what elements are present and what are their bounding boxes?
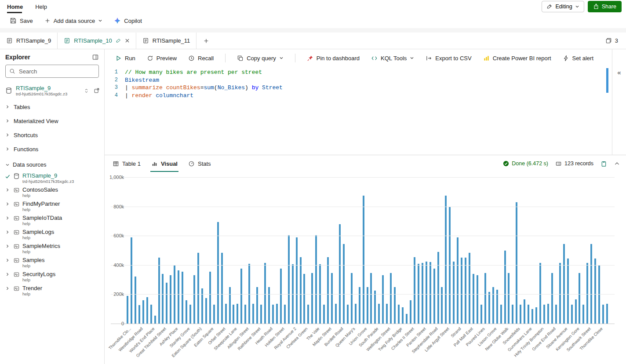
chart-bar[interactable] <box>142 300 144 324</box>
chart-bar[interactable] <box>535 307 537 324</box>
chart-bar[interactable] <box>575 299 577 324</box>
code-line[interactable]: 4| render columnchart <box>105 92 611 100</box>
chart-bar[interactable] <box>240 269 242 324</box>
chart-bar[interactable] <box>225 304 227 324</box>
code-editor[interactable]: 1// How many bikes are present per stree… <box>105 67 611 155</box>
code-line[interactable]: 2Bikestream <box>105 76 611 84</box>
tab-rtisample-10[interactable]: RTISample_10 <box>58 33 136 49</box>
copy-query-button[interactable]: Copy query <box>237 55 283 62</box>
editing-mode-button[interactable]: Editing <box>542 1 584 12</box>
chart-bar[interactable] <box>213 305 215 324</box>
share-button[interactable]: Share <box>588 1 622 12</box>
copy-results-icon[interactable] <box>601 160 607 167</box>
chart-bar[interactable] <box>602 305 604 324</box>
chart-bar[interactable] <box>445 196 447 324</box>
chart-bar[interactable] <box>197 253 199 324</box>
chart-bar[interactable] <box>571 305 573 324</box>
chart-bar[interactable] <box>311 273 313 324</box>
chart-bar[interactable] <box>394 287 396 324</box>
copilot-button[interactable]: Copilot <box>109 15 146 27</box>
chart-bar[interactable] <box>209 272 211 324</box>
chart-bar[interactable] <box>221 253 223 324</box>
chart-bar[interactable] <box>248 264 250 324</box>
tab-rtisample-11[interactable]: RTISample_11 <box>136 33 197 49</box>
chart-bar[interactable] <box>288 235 290 324</box>
chart-bar[interactable] <box>300 257 302 324</box>
chart-bar[interactable] <box>410 300 411 324</box>
chart-bar[interactable] <box>496 290 498 324</box>
chart-bar[interactable] <box>480 305 482 324</box>
chart-bar[interactable] <box>374 291 376 324</box>
chart-bar[interactable] <box>386 304 388 324</box>
chart-bar[interactable] <box>193 275 195 324</box>
open-in-new-icon[interactable] <box>94 87 100 94</box>
chart-bar[interactable] <box>182 272 183 324</box>
data-source-item[interactable]: RTISample_9trd-hjut526m017k35xgdc.z3 <box>0 171 104 185</box>
chart-bar[interactable] <box>138 305 140 324</box>
rename-tab-icon[interactable] <box>116 38 121 44</box>
new-tab-button[interactable] <box>197 33 216 49</box>
results-tab-visual[interactable]: Visual <box>146 155 183 172</box>
menu-home[interactable]: Home <box>7 4 23 10</box>
chart-bar[interactable] <box>606 304 608 324</box>
chart-bar[interactable] <box>484 273 486 324</box>
chart-bar[interactable] <box>131 237 132 324</box>
chart-bar[interactable] <box>555 305 557 324</box>
chart-bar[interactable] <box>205 298 207 324</box>
recall-button[interactable]: Recall <box>188 55 214 62</box>
chart-bar[interactable] <box>162 274 164 324</box>
chart-bar[interactable] <box>461 258 462 324</box>
kql-tools-button[interactable]: KQL Tools <box>371 55 414 62</box>
chart-bar[interactable] <box>146 297 148 324</box>
tab-count[interactable]: 3 <box>605 33 626 49</box>
chart-bar[interactable] <box>579 273 580 324</box>
chart-bar[interactable] <box>422 263 423 324</box>
chart-bar[interactable] <box>457 237 459 324</box>
chart-bar[interactable] <box>453 262 455 324</box>
chart-bar[interactable] <box>343 244 345 324</box>
data-source-item[interactable]: ContosoSaleshelp <box>0 185 104 199</box>
database-selector[interactable]: RTISample_9 trd-hjut526m017k35xgdc.z3 <box>0 83 104 100</box>
export-to-csv-button[interactable]: Export to CSV <box>426 55 471 62</box>
data-source-item[interactable]: Trenderhelp <box>0 284 104 298</box>
chart-bar[interactable] <box>359 287 360 324</box>
run-button[interactable]: Run <box>115 55 135 62</box>
expand-collapse-icon[interactable] <box>84 88 89 94</box>
chart-bar[interactable] <box>154 316 156 324</box>
chart-bar[interactable] <box>594 258 596 324</box>
chart-bar[interactable] <box>347 305 349 324</box>
chart-bar[interactable] <box>201 288 203 324</box>
chart-bar[interactable] <box>351 273 353 324</box>
chart-bar[interactable] <box>547 304 549 324</box>
chart-bar[interactable] <box>582 305 584 324</box>
chart-bar[interactable] <box>378 304 380 324</box>
chart-bar[interactable] <box>315 235 317 324</box>
set-alert-button[interactable]: Set alert <box>563 55 593 62</box>
chart-bar[interactable] <box>272 305 274 324</box>
tab-rtisample-9[interactable]: RTISample_9 <box>0 33 58 49</box>
chart-bar[interactable] <box>508 273 510 324</box>
collapse-results-icon[interactable] <box>614 161 620 167</box>
chart-bar[interactable] <box>559 263 561 324</box>
chart-bar[interactable] <box>551 273 553 324</box>
chart-bar[interactable] <box>590 244 592 324</box>
chart-bar[interactable] <box>296 237 298 324</box>
chart-bar[interactable] <box>170 275 171 324</box>
chart-bar[interactable] <box>276 304 278 324</box>
chart-bar[interactable] <box>418 264 419 324</box>
chart-bar[interactable] <box>477 275 478 324</box>
chart-bar[interactable] <box>189 305 191 324</box>
expand-panel-icon[interactable]: « <box>617 69 621 76</box>
chart-bar[interactable] <box>244 305 246 324</box>
data-source-item[interactable]: SampleLogshelp <box>0 227 104 241</box>
chart-bar[interactable] <box>406 314 408 324</box>
data-source-item[interactable]: SampleMetricshelp <box>0 241 104 255</box>
chart-bar[interactable] <box>186 300 187 324</box>
chart-bar[interactable] <box>264 263 266 324</box>
chart-bar[interactable] <box>284 305 286 324</box>
menu-help[interactable]: Help <box>35 4 47 10</box>
chart-bar[interactable] <box>441 287 443 324</box>
chart-bar[interactable] <box>437 252 439 324</box>
chart-bar[interactable] <box>414 257 415 324</box>
results-tab-table[interactable]: Table 1 <box>107 155 146 172</box>
